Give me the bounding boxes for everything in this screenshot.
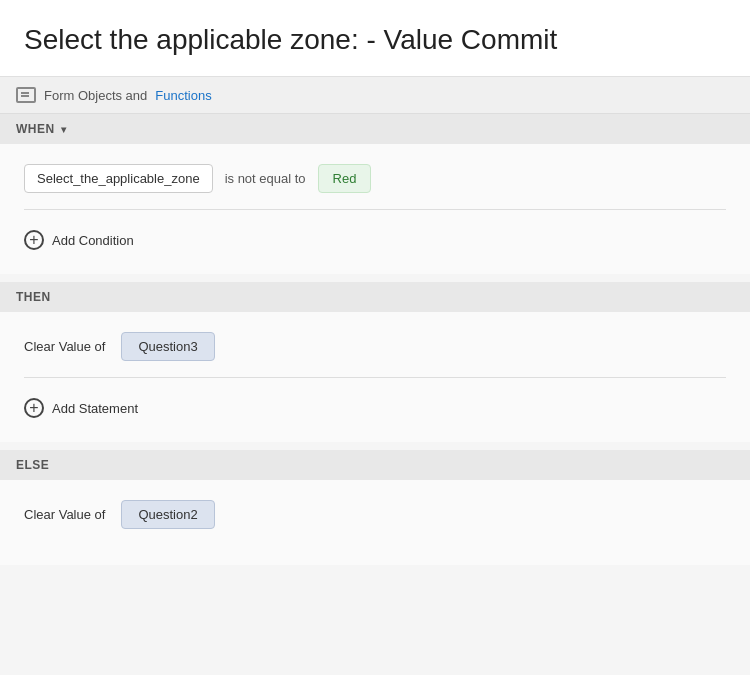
condition-operator: is not equal to (225, 171, 306, 186)
when-label: WHEN (16, 122, 55, 136)
add-condition-icon: + (24, 230, 44, 250)
divider-2 (24, 377, 726, 378)
then-statement-row: Clear Value of Question3 (24, 332, 726, 361)
breadcrumb-link[interactable]: Functions (155, 88, 211, 103)
breadcrumb-text: Form Objects and (44, 88, 147, 103)
when-section-body: Select_the_applicable_zone is not equal … (0, 144, 750, 274)
add-statement-row[interactable]: + Add Statement (24, 394, 726, 422)
when-chevron-icon: ▾ (61, 124, 67, 135)
else-clear-value-label: Clear Value of (24, 507, 105, 522)
add-condition-row[interactable]: + Add Condition (24, 226, 726, 254)
else-statement-row: Clear Value of Question2 (24, 500, 726, 529)
then-section-header: THEN (0, 282, 750, 312)
condition-value[interactable]: Red (318, 164, 372, 193)
condition-field[interactable]: Select_the_applicable_zone (24, 164, 213, 193)
else-section-body: Clear Value of Question2 (0, 480, 750, 565)
else-section-header: ELSE (0, 450, 750, 480)
divider (24, 209, 726, 210)
add-condition-label: Add Condition (52, 233, 134, 248)
else-question-pill[interactable]: Question2 (121, 500, 214, 529)
spacer-1 (0, 274, 750, 282)
page-title: Select the applicable zone: - Value Comm… (0, 0, 750, 77)
then-question-pill[interactable]: Question3 (121, 332, 214, 361)
then-label: THEN (16, 290, 51, 304)
form-icon (16, 87, 36, 103)
else-label: ELSE (16, 458, 49, 472)
breadcrumb: Form Objects and Functions (0, 77, 750, 114)
when-section-header[interactable]: WHEN ▾ (0, 114, 750, 144)
condition-row: Select_the_applicable_zone is not equal … (24, 164, 726, 193)
then-section-body: Clear Value of Question3 + Add Statement (0, 312, 750, 442)
spacer-2 (0, 442, 750, 450)
add-statement-icon: + (24, 398, 44, 418)
then-clear-value-label: Clear Value of (24, 339, 105, 354)
add-statement-label: Add Statement (52, 401, 138, 416)
